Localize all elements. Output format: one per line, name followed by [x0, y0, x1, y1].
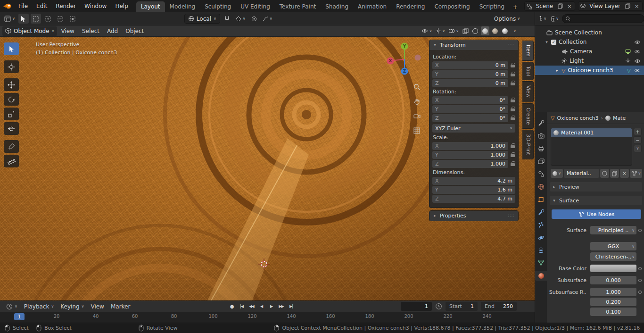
subsurface-radius-z[interactable]: 0.100	[590, 308, 636, 316]
menu-help[interactable]: Help	[111, 0, 132, 12]
jump-to-start-button[interactable]: |◀	[237, 302, 246, 311]
timeline-menu-keying[interactable]: Keying∨	[57, 303, 87, 310]
shading-wireframe-button[interactable]	[471, 26, 479, 35]
location-x-field[interactable]: X0 m	[432, 61, 508, 69]
mode-dropdown[interactable]: Object Mode ∨	[2, 26, 57, 36]
eye-icon[interactable]	[634, 40, 641, 44]
surface-section-header[interactable]: ▾ Surface	[550, 196, 642, 205]
material-link-dropdown[interactable]: ∨	[630, 169, 642, 178]
workspace-tab-texture-paint[interactable]: Texture Paint	[275, 1, 321, 12]
rotation-z-field[interactable]: Z0°	[432, 114, 508, 122]
lock-icon[interactable]	[511, 107, 515, 112]
shading-rendered-button[interactable]	[501, 26, 509, 35]
timeline-menu-marker[interactable]: Marker	[107, 303, 133, 310]
tab-physics-properties[interactable]	[535, 233, 547, 242]
lock-icon[interactable]	[511, 72, 515, 77]
tab-view-layer-properties[interactable]	[535, 156, 547, 166]
auto-keying-record-button[interactable]: ●	[227, 302, 236, 311]
menu-window[interactable]: Window	[80, 0, 111, 12]
remove-view-layer-button[interactable]: ×	[633, 2, 641, 10]
breadcrumb-object-name[interactable]: Oxicone conch3	[557, 115, 598, 121]
viewport-menu-add[interactable]: Add	[103, 28, 122, 34]
unlink-material-button[interactable]: ×	[620, 169, 629, 178]
collection-checkbox[interactable]: ✓	[551, 40, 556, 45]
tool-scale[interactable]	[4, 108, 19, 120]
distribution-dropdown[interactable]: GGX∨	[590, 242, 636, 250]
lock-icon[interactable]	[511, 152, 515, 158]
lock-icon[interactable]	[511, 161, 515, 166]
tool-cursor[interactable]	[4, 60, 19, 73]
animate-dot[interactable]	[638, 267, 642, 270]
lock-icon[interactable]	[511, 81, 515, 86]
tab-object-properties[interactable]	[535, 194, 547, 204]
properties-panel-header[interactable]: ▸ Properties ::::	[429, 211, 518, 221]
toggle-ortho-button[interactable]	[412, 126, 421, 135]
animate-dot[interactable]	[638, 291, 642, 294]
tab-output-properties[interactable]	[535, 143, 547, 153]
new-scene-button[interactable]	[556, 2, 564, 10]
active-tool-button[interactable]	[18, 14, 29, 24]
add-workspace-button[interactable]: +	[509, 2, 521, 12]
dimensions-y-field[interactable]: Y1.6 m	[432, 186, 515, 194]
breadcrumb-material-name[interactable]: Mate	[613, 115, 626, 121]
subsurface-method-dropdown[interactable]: Christensen-..∨	[590, 252, 636, 261]
navigation-gizmo[interactable]: Y X Z	[383, 40, 426, 79]
material-name-field[interactable]: Material..	[564, 169, 599, 178]
camera-view-button[interactable]	[412, 111, 421, 121]
options-dropdown[interactable]: Options ∨	[493, 14, 521, 24]
preview-section-header[interactable]: ▸ Preview	[550, 182, 642, 191]
camera-data-icon[interactable]	[625, 49, 631, 54]
lock-icon[interactable]	[511, 98, 515, 103]
eye-icon[interactable]	[634, 50, 641, 54]
rotation-mode-dropdown[interactable]: XYZ Euler∨	[432, 124, 515, 133]
lock-icon[interactable]	[511, 143, 515, 149]
tab-tool[interactable]: Tool	[522, 62, 534, 80]
tool-transform[interactable]	[4, 122, 19, 135]
rotation-x-field[interactable]: X0°	[432, 96, 508, 104]
tab-view[interactable]: View	[522, 81, 534, 102]
subsurface-radius-x[interactable]: 1.000	[590, 288, 636, 296]
lock-icon[interactable]	[511, 116, 515, 121]
xray-toggle[interactable]	[461, 26, 470, 35]
eye-icon[interactable]	[634, 68, 641, 73]
outliner-search-input[interactable]	[573, 16, 641, 22]
jump-to-next-keyframe-button[interactable]: ▶▶	[277, 302, 286, 311]
play-button[interactable]: ▶	[267, 302, 276, 311]
shading-material-button[interactable]	[491, 26, 499, 35]
dimensions-z-field[interactable]: Z4.7 m	[432, 195, 515, 203]
viewport-menu-view[interactable]: View	[57, 28, 78, 34]
outliner-row-light[interactable]: Light	[535, 56, 644, 66]
tab-constraint-properties[interactable]	[535, 245, 547, 255]
viewport-canvas[interactable]: User Perspective (1) Collection | Oxicon…	[0, 37, 535, 300]
location-y-field[interactable]: Y0 m	[432, 70, 508, 78]
outliner-row-scene-collection[interactable]: Scene Collection	[535, 28, 644, 37]
viewport-menu-select[interactable]: Select	[78, 28, 103, 34]
gizmos-dropdown[interactable]: ∨	[434, 26, 446, 35]
tab-object-data-properties[interactable]	[535, 258, 547, 268]
fake-user-button[interactable]	[600, 169, 609, 178]
overlays-dropdown[interactable]: ∨	[447, 26, 460, 35]
outliner-row-camera[interactable]: Camera	[535, 47, 644, 56]
outliner-row-oxicone-conch3[interactable]: ▸ ▽ Oxicone conch3 ▽	[535, 66, 644, 75]
dimensions-x-field[interactable]: X4.2 m	[432, 177, 515, 185]
tab-create[interactable]: Create	[522, 103, 534, 129]
proportional-falloff-dropdown[interactable]: ∨	[261, 14, 274, 24]
subsurface-slider[interactable]: 0.000	[590, 276, 636, 284]
tab-modifier-properties[interactable]	[535, 207, 547, 217]
base-color-swatch[interactable]	[590, 265, 636, 272]
shading-solid-button[interactable]	[481, 26, 489, 35]
tool-rotate[interactable]	[4, 93, 19, 106]
jump-to-prev-keyframe-button[interactable]: ◀◀	[247, 302, 256, 311]
zoom-button[interactable]	[412, 82, 421, 92]
tool-select-box[interactable]	[4, 42, 19, 55]
workspace-tab-compositing[interactable]: Compositing	[429, 1, 474, 12]
animate-dot[interactable]	[638, 229, 642, 232]
light-data-icon[interactable]	[625, 58, 631, 64]
tool-annotate[interactable]	[4, 140, 19, 153]
select-mode-invert-button[interactable]	[67, 14, 78, 24]
new-view-layer-button[interactable]	[624, 2, 632, 10]
object-types-visibility-dropdown[interactable]: ∨	[421, 26, 433, 35]
timeline-menu-playback[interactable]: Playback∨	[21, 303, 57, 310]
workspace-tab-modeling[interactable]: Modeling	[165, 1, 200, 12]
animate-dot[interactable]	[638, 279, 642, 282]
